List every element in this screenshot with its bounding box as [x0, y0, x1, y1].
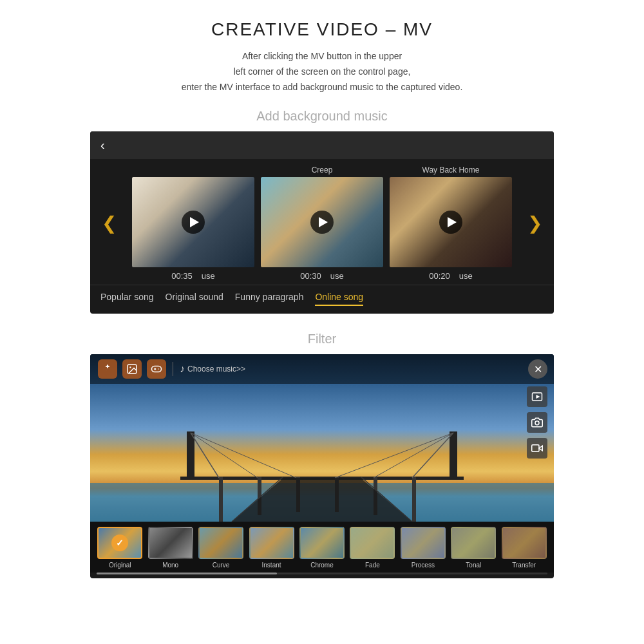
- tab-funny-paragraph[interactable]: Funny paragraph: [235, 292, 304, 306]
- video-button[interactable]: [527, 438, 547, 459]
- svg-rect-9: [450, 431, 457, 480]
- svg-rect-8: [187, 431, 194, 480]
- svg-marker-26: [536, 395, 540, 399]
- filter-tonal[interactable]: Tonal: [450, 527, 497, 569]
- filter-name-curve: Curve: [213, 562, 230, 569]
- filter-name-fade: Fade: [365, 562, 380, 569]
- filter-main: ♪ Choose music>> ✕: [90, 354, 554, 522]
- filter-process[interactable]: Process: [400, 527, 446, 569]
- track-time-3: 00:20: [429, 271, 450, 281]
- track-use-3[interactable]: use: [459, 271, 473, 281]
- filter-thumb-curve[interactable]: [198, 527, 243, 559]
- mv-track: Way Back Home 00:20 use: [390, 166, 512, 281]
- track-info-1: 00:35 use: [171, 271, 215, 281]
- camera-button[interactable]: [527, 412, 547, 433]
- svg-line-11: [191, 433, 258, 478]
- filter-thumb-process[interactable]: [401, 527, 446, 559]
- filter-name-process: Process: [412, 562, 435, 569]
- filter-fade[interactable]: Fade: [349, 527, 395, 569]
- mv-topbar: ‹: [90, 131, 554, 159]
- track-time-1: 00:35: [171, 271, 193, 281]
- filter-strip: ✓ Original Mono Curve Instant Chrome: [90, 522, 554, 573]
- filter-topbar: ♪ Choose music>> ✕: [90, 354, 554, 384]
- play-icon-3: [448, 217, 457, 227]
- tab-original-sound[interactable]: Original sound: [166, 292, 223, 306]
- svg-line-13: [412, 433, 453, 478]
- track-thumb-1[interactable]: [132, 177, 254, 267]
- filter-thumb-tonal[interactable]: [451, 527, 496, 559]
- close-button[interactable]: ✕: [528, 359, 547, 379]
- track-info-2: 00:30 use: [300, 271, 344, 281]
- filter-thumb-transfer[interactable]: [502, 527, 547, 559]
- track-use-1[interactable]: use: [202, 271, 215, 281]
- filter-transfer[interactable]: Transfer: [501, 527, 547, 569]
- filter-name-tonal: Tonal: [466, 562, 481, 569]
- filter-thumb-mono[interactable]: [148, 527, 193, 559]
- svg-rect-7: [412, 477, 416, 522]
- bridge-svg: [90, 412, 554, 522]
- play-button-2[interactable]: [310, 211, 334, 234]
- topbar-divider: [173, 362, 173, 376]
- filter-thumb-chrome[interactable]: [299, 527, 345, 559]
- track-title-3: Way Back Home: [422, 166, 480, 175]
- svg-marker-28: [539, 446, 542, 451]
- tab-popular-song[interactable]: Popular song: [100, 292, 154, 306]
- svg-line-14: [374, 433, 453, 478]
- filter-original[interactable]: ✓ Original: [97, 527, 143, 569]
- topbar-icons: [98, 359, 166, 379]
- filter-instant[interactable]: Instant: [248, 527, 294, 569]
- music-label[interactable]: ♪ Choose music>>: [180, 363, 245, 375]
- filter-check-icon: ✓: [111, 535, 128, 551]
- gamepad-icon[interactable]: [147, 359, 166, 379]
- mv-section-label: Add background music: [256, 109, 387, 124]
- play-button-3[interactable]: [439, 211, 462, 234]
- main-title: CREATIVE VIDEO – MV: [211, 19, 433, 40]
- filter-name-transfer: Transfer: [512, 562, 536, 569]
- filter-section-label: Filter: [308, 332, 336, 346]
- filter-chrome[interactable]: Chrome: [299, 527, 345, 569]
- mv-content: ❮ 00:35 use Creep: [90, 159, 554, 285]
- track-title-2: Creep: [312, 166, 333, 175]
- svg-line-15: [335, 433, 453, 478]
- right-buttons: [527, 386, 547, 459]
- svg-point-24: [158, 369, 159, 370]
- filter-name-original: Original: [109, 562, 131, 569]
- play-button-1[interactable]: [182, 211, 205, 234]
- mv-track: Creep 00:30 use: [261, 166, 383, 281]
- filter-scrollbar-track: [97, 573, 547, 574]
- image-icon[interactable]: [122, 359, 142, 379]
- filter-name-mono: Mono: [162, 562, 178, 569]
- mv-panel: ‹ ❮ 00:35 use: [90, 131, 554, 314]
- filter-thumb-original[interactable]: ✓: [97, 527, 142, 559]
- prev-arrow[interactable]: ❮: [97, 213, 122, 234]
- mv-tracks: 00:35 use Creep 00:30 use: [122, 166, 522, 281]
- record-button[interactable]: [527, 386, 547, 407]
- tab-online-song[interactable]: Online song: [315, 292, 363, 306]
- track-thumb-2[interactable]: [261, 177, 383, 267]
- mv-track: 00:35 use: [132, 166, 254, 281]
- track-title-1: [192, 166, 194, 175]
- magic-wand-icon[interactable]: [98, 359, 117, 379]
- track-thumb-3[interactable]: [390, 177, 512, 267]
- svg-rect-21: [152, 366, 162, 372]
- svg-point-20: [129, 367, 131, 368]
- page-wrapper: CREATIVE VIDEO – MV After clicking the M…: [0, 0, 644, 644]
- filter-curve[interactable]: Curve: [198, 527, 244, 569]
- next-arrow[interactable]: ❯: [522, 213, 547, 234]
- svg-line-12: [191, 433, 296, 478]
- filter-name-chrome: Chrome: [310, 562, 334, 569]
- svg-point-27: [535, 421, 539, 425]
- filter-mono[interactable]: Mono: [147, 527, 193, 569]
- svg-rect-2: [219, 477, 223, 522]
- filter-thumb-instant[interactable]: [249, 527, 294, 559]
- track-use-2[interactable]: use: [330, 271, 344, 281]
- track-time-2: 00:30: [300, 271, 321, 281]
- filter-thumb-fade[interactable]: [350, 527, 395, 559]
- filter-name-instant: Instant: [262, 562, 281, 569]
- subtitle: After clicking the MV button in the uppe…: [182, 49, 463, 95]
- mv-tabs: Popular song Original sound Funny paragr…: [90, 285, 554, 314]
- svg-line-10: [191, 433, 219, 478]
- back-arrow[interactable]: ‹: [100, 138, 105, 153]
- track-info-3: 00:20 use: [429, 271, 473, 281]
- play-icon-2: [319, 217, 328, 227]
